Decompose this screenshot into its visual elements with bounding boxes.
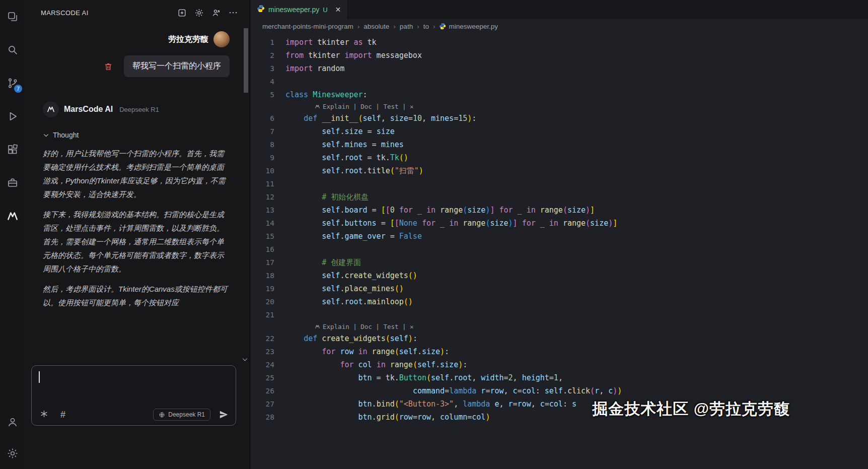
activity-bar: 7 bbox=[0, 0, 25, 469]
thought-toggle[interactable]: Thought bbox=[43, 131, 230, 139]
marscode-logo bbox=[43, 101, 59, 117]
codelens-label[interactable]: Explain | Doc | Test | ✕ bbox=[323, 321, 414, 332]
line-number: 3 bbox=[250, 62, 285, 75]
context-hash-icon[interactable]: # bbox=[60, 410, 65, 420]
marscode-lens-icon bbox=[315, 324, 320, 329]
code-line[interactable]: 18 self.create_widgets() bbox=[250, 269, 868, 282]
explorer-icon[interactable] bbox=[0, 0, 25, 33]
line-number: 6 bbox=[250, 112, 285, 125]
code-line[interactable]: 13 self.board = [[0 for _ in range(size)… bbox=[250, 204, 868, 217]
code-line[interactable]: 1import tkinter as tk bbox=[250, 36, 868, 49]
code-line[interactable]: 25 btn = tk.Button(self.root, width=2, h… bbox=[250, 371, 868, 384]
line-number: 13 bbox=[250, 204, 285, 217]
code-line[interactable]: 26 command=lambda r=row, c=col: self.cli… bbox=[250, 384, 868, 397]
code-line[interactable]: 19 self.place_mines() bbox=[250, 282, 868, 295]
python-icon bbox=[257, 5, 265, 15]
code-line[interactable]: 22 def create_widgets(self): bbox=[250, 332, 868, 345]
text-caret bbox=[39, 371, 40, 383]
tab-bar: minesweeper.py U ✕ bbox=[250, 0, 868, 19]
send-icon[interactable] bbox=[219, 410, 229, 420]
line-number: 5 bbox=[250, 88, 285, 101]
code-line[interactable]: 17 # 创建界面 bbox=[250, 256, 868, 269]
code-line[interactable]: 11 bbox=[250, 177, 868, 190]
user-name: 劳拉克劳馥 bbox=[168, 34, 208, 45]
code-line[interactable]: 12 # 初始化棋盘 bbox=[250, 190, 868, 204]
codelens-actions[interactable]: Explain | Doc | Test | ✕ bbox=[250, 321, 868, 332]
line-number: 27 bbox=[250, 397, 285, 411]
profile-share-icon[interactable] bbox=[211, 8, 221, 18]
code-line[interactable]: 9 self.root = tk.Tk() bbox=[250, 151, 868, 164]
search-icon[interactable] bbox=[0, 33, 25, 66]
delete-message-icon[interactable] bbox=[104, 62, 113, 71]
marscode-lens-icon bbox=[315, 104, 320, 109]
codelens-actions[interactable]: Explain | Doc | Test | ✕ bbox=[250, 101, 868, 112]
breadcrumb-item[interactable]: minesweeper.py bbox=[439, 23, 498, 30]
breadcrumb-item[interactable]: path bbox=[400, 23, 413, 30]
line-number: 8 bbox=[250, 138, 285, 151]
marscode-panel: MARSCODE AI ⋯ 劳拉克劳馥 bbox=[25, 0, 250, 469]
code-line[interactable]: 4 bbox=[250, 75, 868, 88]
code-line[interactable]: 21 bbox=[250, 308, 868, 321]
assistant-name: MarsCode AI bbox=[64, 105, 113, 114]
code-line[interactable]: 6 def __init__(self, size=10, mines=15): bbox=[250, 112, 868, 125]
breadcrumb-item[interactable]: to bbox=[423, 23, 429, 30]
line-number: 16 bbox=[250, 243, 285, 256]
code-line[interactable]: 5class Minesweeper: bbox=[250, 88, 868, 101]
chat-thread: 劳拉克劳馥 帮我写一个扫雷的小程序 MarsCode AI Deepseek R… bbox=[25, 25, 250, 363]
code-line[interactable]: 24 for col in range(self.size): bbox=[250, 358, 868, 371]
code-line[interactable]: 14 self.buttons = [[None for _ in range(… bbox=[250, 217, 868, 230]
breadcrumb-item[interactable]: absolute bbox=[364, 23, 389, 30]
source-control-icon[interactable]: 7 bbox=[0, 66, 25, 100]
code-line[interactable]: 7 self.size = size bbox=[250, 125, 868, 138]
breadcrumb-separator: › bbox=[433, 23, 436, 30]
breadcrumb-item[interactable]: merchant-points-mini-program bbox=[262, 23, 353, 30]
marscode-icon[interactable] bbox=[0, 199, 25, 233]
thought-label: Thought bbox=[53, 131, 79, 139]
line-number: 18 bbox=[250, 269, 285, 282]
line-number: 14 bbox=[250, 217, 285, 230]
line-number: 10 bbox=[250, 164, 285, 177]
settings-gear-icon[interactable] bbox=[0, 438, 25, 469]
panel-title: MARSCODE AI bbox=[41, 9, 177, 17]
line-number: 22 bbox=[250, 332, 285, 345]
line-number: 9 bbox=[250, 151, 285, 164]
panel-header: MARSCODE AI ⋯ bbox=[25, 0, 250, 25]
code-line[interactable]: 20 self.root.mainloop() bbox=[250, 295, 868, 308]
sidebar-scrollbar[interactable] bbox=[244, 28, 248, 93]
user-message: 帮我写一个扫雷的小程序 bbox=[124, 55, 230, 77]
avatar bbox=[213, 31, 230, 47]
tab-label: minesweeper.py bbox=[268, 6, 319, 14]
extensions-icon[interactable] bbox=[0, 133, 25, 166]
line-number: 24 bbox=[250, 358, 285, 371]
line-number: 2 bbox=[250, 49, 285, 62]
thought-content: 好的，用户让我帮他写一个扫雷的小程序。首先，我需要确定使用什么技术栈。考虑到扫雷… bbox=[43, 147, 230, 309]
model-selector[interactable]: Deepseek R1 bbox=[153, 409, 210, 421]
git-status-badge: U bbox=[323, 6, 327, 14]
new-conversation-icon[interactable] bbox=[177, 8, 187, 18]
code-line[interactable]: 3import random bbox=[250, 62, 868, 75]
account-icon[interactable] bbox=[0, 407, 25, 438]
thought-paragraph: 然后，考虑界面设计。Tkinter的Canvas或按钮控件都可以。使用按钮可能更… bbox=[43, 282, 230, 309]
line-number: 26 bbox=[250, 384, 285, 397]
code-line[interactable]: 15 self.game_over = False bbox=[250, 230, 868, 243]
toolbox-icon[interactable] bbox=[0, 166, 25, 199]
code-line[interactable]: 23 for row in range(self.size): bbox=[250, 345, 868, 358]
settings-icon[interactable] bbox=[194, 8, 204, 18]
line-number: 7 bbox=[250, 125, 285, 138]
code-line[interactable]: 2from tkinter import messagebox bbox=[250, 49, 868, 62]
commands-icon[interactable] bbox=[40, 410, 48, 420]
line-number: 12 bbox=[250, 190, 285, 204]
code-line[interactable]: 8 self.mines = mines bbox=[250, 138, 868, 151]
more-actions-icon[interactable]: ⋯ bbox=[229, 10, 238, 15]
line-number: 20 bbox=[250, 295, 285, 308]
code-line[interactable]: 10 self.root.title("扫雷") bbox=[250, 164, 868, 177]
line-number: 1 bbox=[250, 36, 285, 49]
editor-area: minesweeper.py U ✕ merchant-points-mini-… bbox=[250, 0, 868, 469]
codelens-label[interactable]: Explain | Doc | Test | ✕ bbox=[323, 101, 414, 112]
scroll-down-icon[interactable] bbox=[241, 356, 249, 363]
close-tab-icon[interactable]: ✕ bbox=[335, 6, 341, 14]
tab-minesweeper[interactable]: minesweeper.py U ✕ bbox=[250, 0, 348, 19]
run-debug-icon[interactable] bbox=[0, 100, 25, 133]
code-line[interactable]: 16 bbox=[250, 243, 868, 256]
chat-input[interactable]: # Deepseek R1 bbox=[31, 365, 236, 426]
